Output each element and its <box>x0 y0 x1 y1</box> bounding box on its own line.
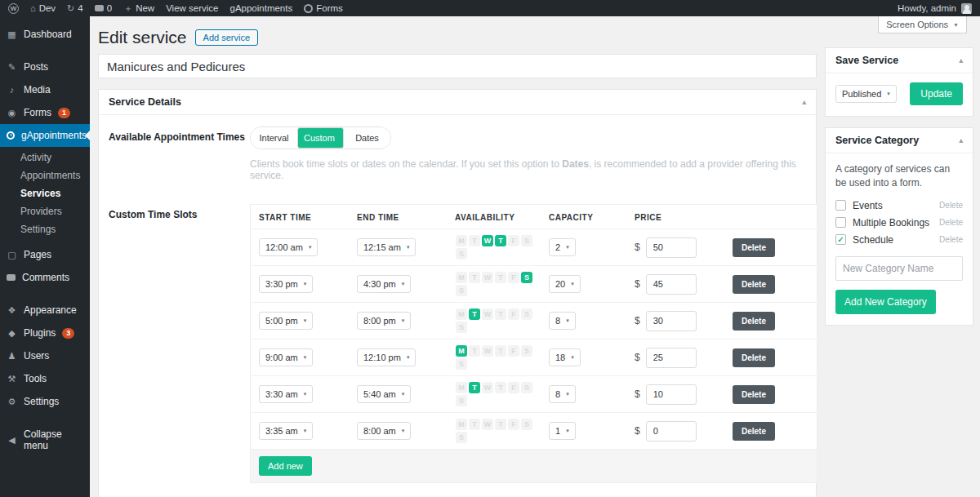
end-time-select[interactable]: 12:10 pm▾ <box>357 348 416 366</box>
day-toggle-2[interactable]: T <box>469 419 480 430</box>
site-name-menu[interactable]: ⌂Dev <box>30 3 56 13</box>
price-input[interactable] <box>646 348 697 368</box>
add-new-slot-button[interactable]: Add new <box>259 456 312 476</box>
new-content-menu[interactable]: ＋New <box>123 3 154 13</box>
sidebar-item-pages[interactable]: ▢Pages <box>0 243 90 266</box>
delete-category-link[interactable]: Delete <box>939 218 963 227</box>
delete-slot-button[interactable]: Delete <box>733 385 775 404</box>
day-toggle-1[interactable]: M <box>456 382 467 393</box>
screen-options-button[interactable]: Screen Options ▼ <box>878 16 967 33</box>
day-toggle-6[interactable]: S <box>521 308 532 320</box>
day-toggle-3[interactable]: W <box>482 382 493 393</box>
sidebar-item-posts[interactable]: ✎Posts <box>0 55 90 78</box>
delete-slot-button[interactable]: Delete <box>733 275 775 294</box>
day-toggle-7[interactable]: S <box>456 322 467 333</box>
day-toggle-7[interactable]: S <box>456 248 467 260</box>
checkbox-unchecked[interactable] <box>835 217 846 228</box>
day-toggle-4[interactable]: T <box>495 272 506 283</box>
price-input[interactable] <box>646 384 697 405</box>
day-toggle-6[interactable]: S <box>521 345 532 357</box>
sidebar-item-tools[interactable]: ⚒Tools <box>0 367 90 390</box>
sidebar-item-collapse-menu[interactable]: ◀Collapse menu <box>0 423 90 457</box>
day-toggle-1[interactable]: M <box>456 308 467 320</box>
day-toggle-5[interactable]: F <box>508 419 519 430</box>
day-toggle-3[interactable]: W <box>482 235 493 246</box>
start-time-select[interactable]: 5:00 pm▾ <box>259 312 313 330</box>
end-time-select[interactable]: 8:00 am▾ <box>357 422 411 440</box>
collapse-toggle-icon[interactable]: ▴ <box>802 98 806 106</box>
day-toggle-1[interactable]: M <box>456 419 467 430</box>
start-time-select[interactable]: 12:00 am▾ <box>259 238 318 256</box>
day-toggle-5[interactable]: F <box>508 235 519 246</box>
price-input[interactable] <box>646 237 697 258</box>
sidebar-item-users[interactable]: ♟Users <box>0 344 90 367</box>
start-time-select[interactable]: 9:00 am▾ <box>259 348 313 366</box>
end-time-select[interactable]: 4:30 pm▾ <box>357 275 411 293</box>
comments-menu[interactable]: 0 <box>95 3 112 13</box>
collapse-toggle-icon[interactable]: ▴ <box>959 136 963 144</box>
day-toggle-4[interactable]: T <box>495 308 506 320</box>
sidebar-subitem-appointments[interactable]: Appointments <box>0 166 90 184</box>
end-time-select[interactable]: 8:00 pm▾ <box>357 312 411 330</box>
day-toggle-1[interactable]: M <box>456 235 467 246</box>
sidebar-item-settings[interactable]: ⚙Settings <box>0 390 90 413</box>
end-time-select[interactable]: 12:15 am▾ <box>357 238 416 256</box>
day-toggle-6[interactable]: S <box>521 235 532 246</box>
day-toggle-3[interactable]: W <box>482 308 493 320</box>
day-toggle-6[interactable]: S <box>521 419 532 430</box>
update-button[interactable]: Update <box>910 82 963 105</box>
day-toggle-7[interactable]: S <box>456 285 467 296</box>
day-toggle-2[interactable]: T <box>469 272 480 283</box>
capacity-select[interactable]: 1▾ <box>549 422 576 440</box>
new-category-input[interactable] <box>835 256 963 281</box>
forms-menu[interactable]: Forms <box>304 3 343 13</box>
day-toggle-7[interactable]: S <box>456 395 467 406</box>
capacity-select[interactable]: 20▾ <box>549 275 581 293</box>
day-toggle-7[interactable]: S <box>456 432 467 443</box>
day-toggle-6[interactable]: S <box>521 382 532 393</box>
delete-slot-button[interactable]: Delete <box>733 312 775 331</box>
account-menu[interactable]: Howdy, admin <box>898 3 972 14</box>
wordpress-menu[interactable]: W <box>8 3 19 14</box>
sidebar-item-media[interactable]: ♪Media <box>0 78 90 101</box>
appointment-type-interval[interactable]: Interval <box>251 127 297 149</box>
delete-slot-button[interactable]: Delete <box>733 238 775 257</box>
day-toggle-3[interactable]: W <box>482 419 493 430</box>
delete-slot-button[interactable]: Delete <box>733 348 775 367</box>
day-toggle-5[interactable]: F <box>508 308 519 320</box>
day-toggle-4[interactable]: T <box>495 419 506 430</box>
day-toggle-4[interactable]: T <box>495 235 506 246</box>
day-toggle-5[interactable]: F <box>508 272 519 283</box>
day-toggle-2[interactable]: T <box>469 382 480 393</box>
sidebar-item-gappointments[interactable]: gAppointments <box>0 124 90 147</box>
day-toggle-1[interactable]: M <box>456 345 467 357</box>
capacity-select[interactable]: 18▾ <box>549 348 581 366</box>
start-time-select[interactable]: 3:35 am▾ <box>259 422 313 440</box>
capacity-select[interactable]: 8▾ <box>549 312 576 330</box>
day-toggle-3[interactable]: W <box>482 345 493 357</box>
sidebar-item-forms[interactable]: ◉Forms1 <box>0 101 90 124</box>
sidebar-subitem-providers[interactable]: Providers <box>0 202 90 220</box>
service-title-input[interactable] <box>98 54 817 78</box>
day-toggle-2[interactable]: T <box>469 345 480 357</box>
appointment-type-dates[interactable]: Dates <box>344 127 390 149</box>
capacity-select[interactable]: 8▾ <box>549 385 576 403</box>
day-toggle-4[interactable]: T <box>495 382 506 393</box>
day-toggle-5[interactable]: F <box>508 345 519 357</box>
day-toggle-2[interactable]: T <box>469 308 480 320</box>
sidebar-item-dashboard[interactable]: ▦Dashboard <box>0 23 90 46</box>
checkbox-unchecked[interactable] <box>835 200 846 211</box>
add-new-category-button[interactable]: Add New Category <box>835 290 936 314</box>
day-toggle-3[interactable]: W <box>482 272 493 283</box>
sidebar-subitem-settings[interactable]: Settings <box>0 220 90 238</box>
delete-category-link[interactable]: Delete <box>939 235 963 244</box>
day-toggle-1[interactable]: M <box>456 272 467 283</box>
start-time-select[interactable]: 3:30 pm▾ <box>259 275 313 293</box>
post-status-select[interactable]: Published ▾ <box>835 85 897 103</box>
price-input[interactable] <box>646 311 697 331</box>
sidebar-subitem-activity[interactable]: Activity <box>0 149 90 166</box>
sidebar-item-comments[interactable]: Comments <box>0 266 90 289</box>
sidebar-subitem-services[interactable]: Services <box>0 184 90 202</box>
end-time-select[interactable]: 5:40 am▾ <box>357 385 411 403</box>
collapse-toggle-icon[interactable]: ▴ <box>959 56 963 64</box>
